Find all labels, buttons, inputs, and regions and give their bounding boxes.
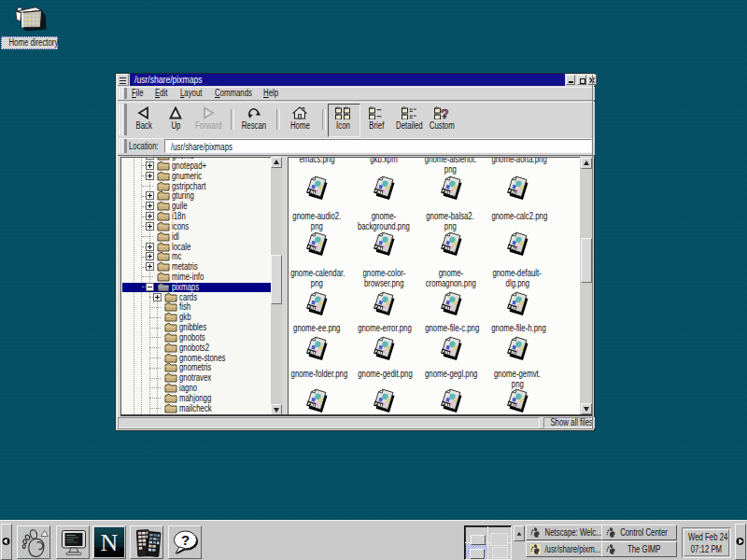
svg-text:N: N [101,529,119,556]
svg-text:?: ? [441,106,449,119]
svg-text:?: ? [181,532,190,548]
